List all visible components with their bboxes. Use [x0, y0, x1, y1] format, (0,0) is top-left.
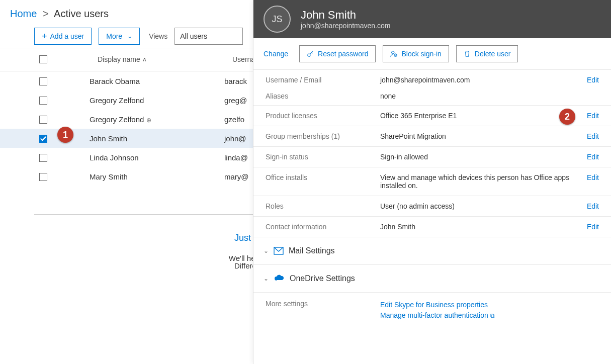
username-value: john@sharepointmaven.com: [380, 76, 587, 84]
block-user-icon: [390, 50, 397, 57]
more-settings-label: More settings: [266, 300, 380, 321]
groups-label: Group memberships (1): [266, 132, 380, 140]
row-checkbox[interactable]: [39, 135, 47, 143]
sort-ascending-icon: ∧: [142, 56, 147, 63]
views-select[interactable]: All users: [174, 28, 243, 45]
username-label: Username / Email: [266, 76, 380, 84]
views-label: Views: [149, 32, 167, 40]
edit-groups[interactable]: Edit: [587, 132, 599, 140]
user-detail-panel: JS John Smith john@sharepointmaven.com C…: [253, 0, 611, 364]
block-signin-button[interactable]: Block sign-in: [383, 45, 449, 62]
licenses-label: Product licenses: [266, 112, 380, 120]
user-name: Linda Johnson: [90, 153, 224, 162]
chevron-down-icon: ⌄: [264, 275, 269, 282]
change-link[interactable]: Change: [264, 50, 288, 58]
column-display-name[interactable]: Display name: [98, 55, 140, 63]
row-checkbox[interactable]: [39, 173, 47, 181]
panel-user-email: john@sharepointmaven.com: [301, 22, 390, 30]
trash-icon: [464, 50, 471, 57]
edit-contact[interactable]: Edit: [587, 223, 599, 231]
breadcrumb-current: Active users: [54, 8, 109, 19]
signin-value: Sign-in allowed: [380, 153, 587, 161]
user-username: greg@: [224, 96, 247, 105]
aliases-value: none: [380, 92, 599, 100]
user-username: mary@: [224, 172, 249, 181]
breadcrumb-separator: >: [43, 8, 49, 19]
svg-point-1: [392, 51, 394, 54]
onedrive-icon: [274, 275, 285, 283]
user-name: Barack Obama: [90, 77, 224, 85]
key-icon: [307, 50, 314, 57]
roles-value: User (no admin access): [380, 202, 587, 210]
skype-properties-link[interactable]: Edit Skype for Business properties: [380, 300, 495, 310]
user-name: Gregory Zelfond: [90, 96, 224, 105]
groups-value: SharePoint Migration: [380, 132, 587, 140]
unsync-icon: ⊕: [146, 117, 151, 124]
breadcrumb-home[interactable]: Home: [10, 8, 37, 19]
user-username: barack: [224, 77, 247, 85]
row-checkbox[interactable]: [39, 154, 47, 162]
roles-label: Roles: [266, 202, 380, 210]
edit-roles[interactable]: Edit: [587, 202, 599, 210]
more-button[interactable]: More ⌄: [99, 28, 140, 45]
external-link-icon: ⧉: [490, 312, 495, 319]
callout-badge-2: 2: [559, 109, 575, 125]
user-name: John Smith: [90, 134, 224, 143]
user-name: Gregory Zelfond ⊕: [90, 115, 224, 124]
signin-label: Sign-in status: [266, 153, 380, 161]
row-checkbox[interactable]: [39, 77, 47, 85]
delete-user-button[interactable]: Delete user: [456, 45, 518, 62]
office-value: View and manage which devices this perso…: [380, 173, 587, 190]
mail-icon: [274, 247, 284, 255]
mfa-link[interactable]: Manage multi-factor authentication⧉: [380, 310, 495, 321]
user-username: gzelfo: [224, 115, 244, 124]
contact-label: Contact information: [266, 223, 380, 231]
onedrive-settings-section[interactable]: ⌄ OneDrive Settings: [253, 264, 611, 292]
aliases-label: Aliases: [266, 92, 380, 100]
select-all-checkbox[interactable]: [39, 55, 47, 63]
edit-licenses[interactable]: Edit: [587, 112, 599, 120]
licenses-value: Office 365 Enterprise E1: [380, 112, 587, 120]
edit-signin[interactable]: Edit: [587, 153, 599, 161]
plus-icon: +: [42, 33, 47, 40]
reset-password-button[interactable]: Reset password: [299, 45, 376, 62]
user-username: john@: [224, 134, 246, 143]
contact-value: John Smith: [380, 223, 587, 231]
office-label: Office installs: [266, 173, 380, 181]
avatar: JS: [264, 6, 291, 33]
chevron-down-icon: ⌄: [127, 33, 132, 40]
user-name: Mary Smith: [90, 172, 224, 181]
mail-settings-section[interactable]: ⌄ Mail Settings: [253, 237, 611, 264]
callout-badge-1: 1: [57, 127, 73, 143]
edit-username[interactable]: Edit: [587, 76, 599, 84]
panel-user-name: John Smith: [301, 9, 390, 22]
row-checkbox[interactable]: [39, 116, 47, 124]
edit-office[interactable]: Edit: [587, 173, 599, 181]
row-checkbox[interactable]: [39, 97, 47, 105]
add-user-button[interactable]: + Add a user: [34, 28, 92, 45]
user-username: linda@: [224, 153, 248, 162]
chevron-down-icon: ⌄: [264, 247, 269, 254]
